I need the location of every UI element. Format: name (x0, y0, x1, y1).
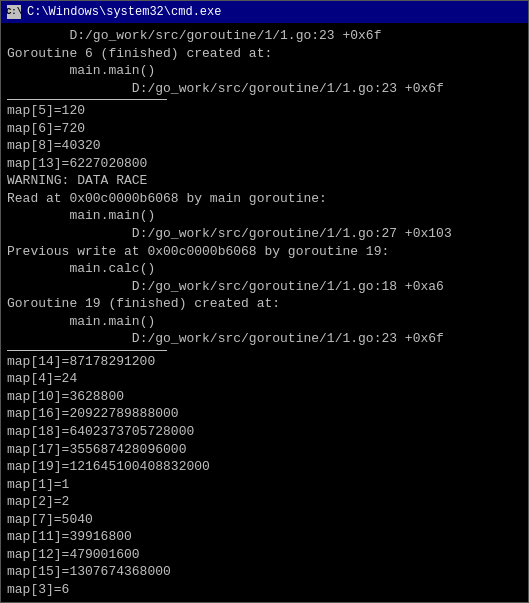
terminal-line: map[10]=3628800 (7, 388, 522, 406)
terminal-line: Goroutine 19 (finished) created at: (7, 295, 522, 313)
terminal-line: map[3]=6 (7, 581, 522, 599)
terminal-line: map[18]=6402373705728000 (7, 423, 522, 441)
terminal-line: D:/go_work/src/goroutine/1/1.go:18 +0xa6 (7, 278, 522, 296)
terminal-line: map[12]=479001600 (7, 546, 522, 564)
terminal-line: map[17]=355687428096000 (7, 441, 522, 459)
window: C:\ C:\Windows\system32\cmd.exe D:/go_wo… (0, 0, 529, 603)
terminal-line: WARNING: DATA RACE (7, 172, 522, 190)
terminal-line: map[13]=6227020800 (7, 155, 522, 173)
terminal-line: main.main() (7, 62, 522, 80)
terminal-line: map[5]=120 (7, 102, 522, 120)
terminal-line: Goroutine 6 (finished) created at: (7, 45, 522, 63)
terminal-line: main.main() (7, 313, 522, 331)
title-bar-text: C:\Windows\system32\cmd.exe (27, 5, 221, 19)
terminal-line: map[9]=362880 (7, 599, 522, 603)
terminal-line: main.main() (7, 207, 522, 225)
terminal-line: D:/go_work/src/goroutine/1/1.go:23 +0x6f (7, 27, 522, 45)
terminal-line: D:/go_work/src/goroutine/1/1.go:27 +0x10… (7, 225, 522, 243)
terminal-line: map[15]=1307674368000 (7, 563, 522, 581)
terminal-line: map[11]=39916800 (7, 528, 522, 546)
terminal-line: D:/go_work/src/goroutine/1/1.go:23 +0x6f (7, 80, 522, 98)
terminal-line: Previous write at 0x00c0000b6068 by goro… (7, 243, 522, 261)
terminal-line: D:/go_work/src/goroutine/1/1.go:23 +0x6f (7, 330, 522, 348)
terminal-line: map[1]=1 (7, 476, 522, 494)
terminal-line: Read at 0x00c0000b6068 by main goroutine… (7, 190, 522, 208)
terminal-line: map[8]=40320 (7, 137, 522, 155)
section-divider (7, 99, 167, 100)
terminal-line: map[16]=20922789888000 (7, 405, 522, 423)
section-divider (7, 350, 167, 351)
terminal-line: map[14]=87178291200 (7, 353, 522, 371)
cmd-icon: C:\ (7, 5, 21, 19)
terminal-line: map[6]=720 (7, 120, 522, 138)
terminal-line: map[7]=5040 (7, 511, 522, 529)
terminal-line: map[2]=2 (7, 493, 522, 511)
terminal-output: D:/go_work/src/goroutine/1/1.go:23 +0x6f… (1, 23, 528, 602)
terminal-line: main.calc() (7, 260, 522, 278)
title-bar: C:\ C:\Windows\system32\cmd.exe (1, 1, 528, 23)
terminal-line: map[4]=24 (7, 370, 522, 388)
terminal-line: map[19]=121645100408832000 (7, 458, 522, 476)
